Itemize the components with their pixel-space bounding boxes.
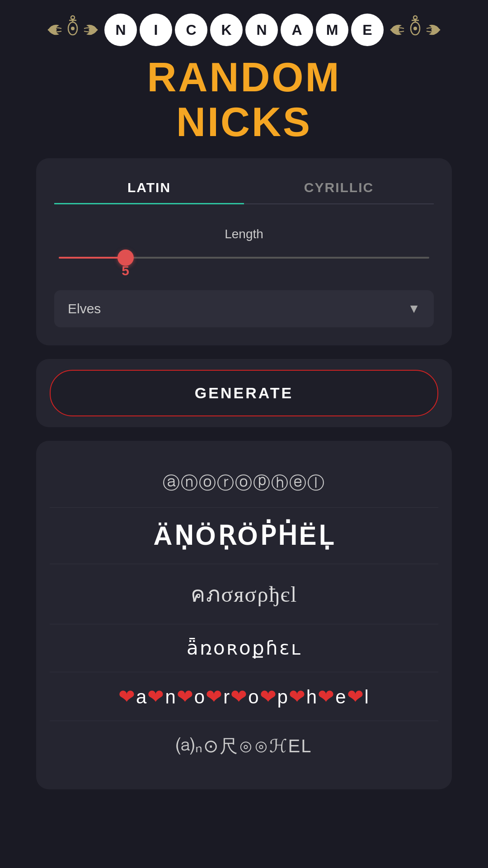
left-ornament	[46, 14, 100, 46]
letter-n: N	[104, 14, 137, 46]
letter-a: A	[281, 14, 313, 46]
letter-i: I	[140, 14, 172, 46]
heart-icon-8: ❤	[318, 685, 335, 708]
tab-bar: LATIN CYRILLIC	[54, 172, 434, 204]
generate-card: GENERATE	[36, 359, 452, 427]
dropdown-value: Elves	[68, 301, 101, 316]
result-style-dotted: ÄṆÖṚÖṖḢËḶ	[54, 520, 434, 551]
settings-card: LATIN CYRILLIC Length 5 Elves ▼	[36, 158, 452, 345]
result-row-5[interactable]: ❤a❤n❤o❤r❤o❤p❤h❤e❤l	[50, 672, 438, 721]
slider-fill	[59, 257, 126, 259]
svg-point-1	[71, 27, 75, 30]
right-ornament	[388, 14, 442, 46]
length-label: Length	[59, 227, 429, 241]
heart-icon-4: ❤	[206, 685, 223, 708]
title-line1: RANDOM	[147, 55, 341, 100]
slider-value: 5	[122, 263, 129, 278]
result-style-serif: คภσяσρђєl	[54, 577, 434, 611]
result-row-1[interactable]: ⓐⓝⓞⓡⓞⓟⓗⓔⓛ	[50, 459, 438, 508]
title-block: RANDOM NICKS	[147, 51, 341, 158]
result-style-circled: ⓐⓝⓞⓡⓞⓟⓗⓔⓛ	[54, 472, 434, 495]
nickname-letters: N I C K N A M E	[104, 14, 384, 46]
results-card: ⓐⓝⓞⓡⓞⓟⓗⓔⓛ ÄṆÖṚÖṖḢËḶ คภσяσρђєl ǟռօʀօքɦɛʟ …	[36, 441, 452, 789]
generate-button[interactable]: GENERATE	[50, 370, 438, 416]
slider-track[interactable]	[59, 257, 429, 259]
heart-icon-1: ❤	[118, 685, 136, 708]
tab-latin[interactable]: LATIN	[54, 172, 244, 203]
result-row-4[interactable]: ǟռօʀօքɦɛʟ	[50, 624, 438, 672]
tab-cyrillic[interactable]: CYRILLIC	[244, 172, 434, 203]
letter-k: K	[210, 14, 243, 46]
svg-point-6	[413, 27, 417, 30]
chevron-down-icon: ▼	[408, 302, 420, 316]
heart-icon-3: ❤	[177, 685, 194, 708]
letter-e: E	[351, 14, 384, 46]
result-row-6[interactable]: ⒜ₙ⊙尺⊙⊙ℋEL	[50, 721, 438, 771]
heart-icon-7: ❤	[289, 685, 306, 708]
result-row-2[interactable]: ÄṆÖṚÖṖḢËḶ	[50, 508, 438, 564]
result-style-hearts: ❤a❤n❤o❤r❤o❤p❤h❤e❤l	[54, 685, 434, 708]
slider-container: 5	[59, 252, 429, 277]
heart-icon-2: ❤	[147, 685, 165, 708]
header: N I C K N A M E	[0, 0, 488, 51]
result-row-3[interactable]: คภσяσρђєl	[50, 564, 438, 624]
title-line2: NICKS	[147, 100, 341, 145]
length-section: Length 5	[54, 218, 434, 281]
heart-icon-9: ❤	[347, 685, 365, 708]
letter-m: M	[316, 14, 348, 46]
svg-point-9	[413, 16, 417, 19]
svg-point-4	[71, 16, 75, 19]
result-style-deco: ǟռօʀօքɦɛʟ	[54, 637, 434, 659]
heart-icon-6: ❤	[260, 685, 277, 708]
letter-n2: N	[245, 14, 278, 46]
race-dropdown[interactable]: Elves ▼	[54, 290, 434, 327]
heart-icon-5: ❤	[230, 685, 248, 708]
result-style-symbols: ⒜ₙ⊙尺⊙⊙ℋEL	[54, 734, 434, 759]
letter-c: C	[175, 14, 207, 46]
